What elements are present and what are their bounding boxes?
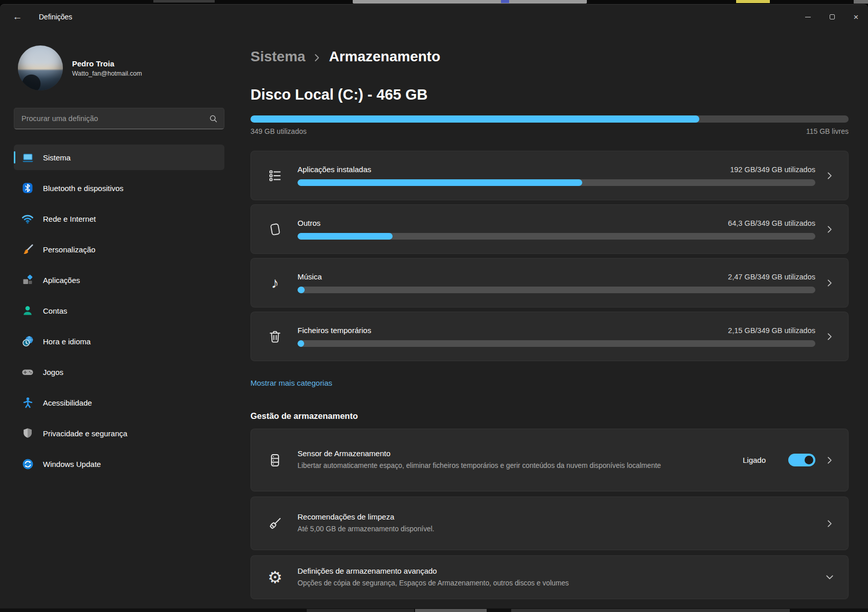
category-usage-fill xyxy=(298,179,582,186)
breadcrumb: Sistema Armazenamento xyxy=(250,49,849,65)
close-button[interactable]: × xyxy=(844,5,868,29)
sidebar-item-windows-update[interactable]: Windows Update xyxy=(14,451,224,477)
background-window-fragment xyxy=(153,0,215,3)
apps-list-icon xyxy=(266,168,284,183)
maximize-button[interactable] xyxy=(820,5,844,29)
category-row-apps[interactable]: Aplicações instaladas 192 GB/349 GB util… xyxy=(250,151,849,200)
sidebar-item-personalizacao[interactable]: Personalização xyxy=(14,237,224,262)
chevron-right-icon xyxy=(815,225,844,233)
sidebar-item-label: Hora e idioma xyxy=(43,337,90,346)
category-row-musica[interactable]: ♪ Música 2,47 GB/349 GB utilizados xyxy=(250,258,849,308)
system-icon xyxy=(21,151,34,164)
background-window-fragment xyxy=(854,0,868,4)
sidebar-item-label: Contas xyxy=(43,307,67,315)
back-button[interactable]: ← xyxy=(7,8,28,26)
storage-sense-row[interactable]: Sensor de Armazenamento Libertar automat… xyxy=(250,429,849,491)
search-box[interactable] xyxy=(14,108,224,129)
category-usage-bar xyxy=(298,233,815,240)
paintbrush-icon xyxy=(21,243,34,256)
sidebar-item-label: Windows Update xyxy=(43,460,101,468)
main-content: Sistema Armazenamento Disco Local (C:) -… xyxy=(233,29,868,612)
other-files-icon xyxy=(266,222,284,237)
minimize-icon xyxy=(805,17,811,17)
section-title-storage-management: Gestão de armazenamento xyxy=(250,411,849,421)
shield-icon xyxy=(21,427,34,440)
clock-globe-icon xyxy=(21,335,34,348)
disk-title: Disco Local (C:) - 465 GB xyxy=(250,86,849,103)
sidebar-item-label: Sistema xyxy=(43,153,71,162)
sidebar-nav: Sistema Bluetooth e dispositivos xyxy=(14,145,227,477)
storage-sense-toggle[interactable] xyxy=(788,454,815,466)
apps-icon xyxy=(21,273,34,287)
sidebar-item-aplicacoes[interactable]: Aplicações xyxy=(14,267,224,293)
category-usage-fill xyxy=(298,287,305,293)
storage-sense-description: Libertar automaticamente espaço, elimina… xyxy=(298,461,686,471)
titlebar: ← Definições × xyxy=(0,5,868,29)
sidebar-item-jogos[interactable]: Jogos xyxy=(14,359,224,385)
advanced-description: Opções de cópia de segurança, Espaços de… xyxy=(298,578,686,589)
sidebar-item-label: Bluetooth e dispositivos xyxy=(43,184,124,193)
sidebar: Pedro Troia Watto_fan@hotmail.com xyxy=(0,29,233,612)
category-value: 64,3 GB/349 GB utilizados xyxy=(728,219,815,227)
search-icon xyxy=(209,114,218,123)
sidebar-item-hora-idioma[interactable]: Hora e idioma xyxy=(14,328,224,354)
category-row-outros[interactable]: Outros 64,3 GB/349 GB utilizados xyxy=(250,204,849,254)
chevron-right-icon xyxy=(815,456,844,464)
toggle-state-label: Ligado xyxy=(743,456,766,464)
show-more-categories-link[interactable]: Mostrar mais categorias xyxy=(250,379,332,387)
cleanup-description: Até 5,00 GB de armazenamento disponível. xyxy=(298,524,686,534)
accessibility-icon xyxy=(21,396,34,409)
disk-free-label: 115 GB livres xyxy=(806,127,849,135)
broom-icon xyxy=(266,516,284,531)
chevron-right-icon xyxy=(815,333,844,341)
sync-icon xyxy=(21,457,34,470)
search-input[interactable] xyxy=(21,114,209,123)
category-label: Ficheiros temporários xyxy=(298,326,371,335)
category-list: Aplicações instaladas 192 GB/349 GB util… xyxy=(250,151,849,361)
disk-usage-fill xyxy=(250,115,699,123)
cleanup-recommendations-row[interactable]: Recomendações de limpeza Até 5,00 GB de … xyxy=(250,497,849,550)
selected-accent-bar xyxy=(14,151,15,163)
background-window-fragment xyxy=(736,0,770,3)
breadcrumb-parent[interactable]: Sistema xyxy=(250,49,305,65)
storage-sense-icon xyxy=(266,453,284,468)
music-note-icon: ♪ xyxy=(266,275,284,291)
trash-icon xyxy=(266,329,284,344)
category-usage-bar xyxy=(298,287,815,293)
sidebar-item-label: Privacidade e segurança xyxy=(43,429,127,438)
advanced-storage-settings-row[interactable]: ⚙ Definições de armazenamento avançado O… xyxy=(250,555,849,599)
category-row-temporarios[interactable]: Ficheiros temporários 2,15 GB/349 GB uti… xyxy=(250,312,849,361)
toggle-knob xyxy=(805,456,813,464)
category-usage-bar xyxy=(298,340,815,347)
taskbar-sliver xyxy=(0,608,868,612)
sidebar-item-bluetooth[interactable]: Bluetooth e dispositivos xyxy=(14,175,224,201)
back-icon: ← xyxy=(13,11,22,22)
wifi-icon xyxy=(21,212,34,225)
sidebar-item-acessibilidade[interactable]: Acessibilidade xyxy=(14,390,224,415)
sidebar-item-label: Aplicações xyxy=(43,276,80,285)
category-label: Outros xyxy=(298,219,321,227)
taskbar-fragment xyxy=(511,609,790,612)
minimize-button[interactable] xyxy=(796,5,820,29)
advanced-title: Definições de armazenamento avançado xyxy=(298,567,805,575)
app-title: Definições xyxy=(39,13,72,21)
category-value: 192 GB/349 GB utilizados xyxy=(730,166,815,174)
chevron-down-icon xyxy=(815,574,844,581)
category-usage-fill xyxy=(298,340,304,347)
cleanup-title: Recomendações de limpeza xyxy=(298,512,805,521)
taskbar-fragment xyxy=(415,609,487,612)
chevron-right-icon xyxy=(815,520,844,528)
desktop-background-sliver xyxy=(0,0,868,4)
category-value: 2,47 GB/349 GB utilizados xyxy=(728,273,815,281)
category-usage-fill xyxy=(298,233,393,240)
sidebar-item-label: Acessibilidade xyxy=(43,398,92,407)
sidebar-item-rede[interactable]: Rede e Internet xyxy=(14,206,224,231)
account-name: Pedro Troia xyxy=(72,59,142,68)
chevron-right-icon xyxy=(815,279,844,287)
breadcrumb-separator-icon xyxy=(314,53,320,63)
sidebar-item-contas[interactable]: Contas xyxy=(14,298,224,323)
avatar xyxy=(18,45,63,90)
sidebar-item-privacidade[interactable]: Privacidade e segurança xyxy=(14,420,224,446)
sidebar-item-label: Rede e Internet xyxy=(43,215,96,223)
sidebar-item-sistema[interactable]: Sistema xyxy=(14,145,224,170)
